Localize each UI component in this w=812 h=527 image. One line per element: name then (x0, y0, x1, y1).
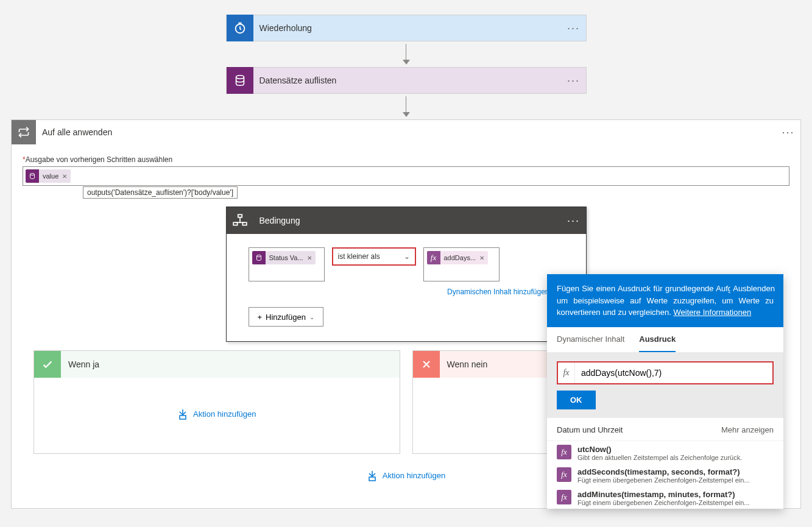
expression-panel-intro: Fügen Sie einen Ausdruck für grundlegend… (547, 274, 783, 327)
arrow-connector (0, 94, 812, 119)
fx-icon: fx (557, 490, 571, 504)
svg-rect-8 (369, 477, 375, 481)
chevron-down-icon: ⌄ (309, 314, 314, 320)
remove-token-icon[interactable]: ✕ (479, 255, 484, 261)
add-action-yes[interactable]: Aktion hinzufügen (177, 408, 256, 419)
recurrence-step[interactable]: Wiederholung ··· (226, 15, 587, 41)
database-icon (227, 67, 253, 94)
loop-icon (12, 120, 36, 144)
ellipsis-icon[interactable]: ··· (562, 214, 586, 227)
arrow-connector (0, 41, 812, 67)
svg-rect-4 (233, 222, 238, 225)
recurrence-title: Wiederholung (253, 23, 562, 33)
expression-item-utcnow[interactable]: fx utcNow() Gibt den aktuellen Zeitstemp… (547, 441, 783, 464)
if-yes-header[interactable]: Wenn ja (34, 351, 400, 378)
add-condition-button[interactable]: + Hinzufügen ⌄ (249, 307, 323, 327)
if-yes-branch: Wenn ja Aktion hinzufügen (34, 350, 400, 454)
status-token[interactable]: Status Va... ✕ (252, 251, 316, 264)
expression-panel: Fügen Sie einen Ausdruck für grundlegend… (547, 274, 783, 509)
hide-panel-link[interactable]: Ausblenden (730, 283, 775, 295)
add-action-icon (367, 470, 378, 481)
svg-rect-7 (180, 416, 186, 419)
show-more-link[interactable]: Mehr anzeigen (721, 425, 774, 434)
output-tooltip: outputs('Datensätze_auflisten')?['body/v… (83, 186, 238, 199)
plus-icon: + (258, 313, 263, 322)
fx-icon: fx (558, 363, 575, 383)
condition-title: Bedingung (253, 216, 562, 225)
close-icon (413, 351, 440, 378)
svg-point-2 (30, 174, 35, 175)
previous-output-label: *Ausgabe von vorherigen Schritten auswäh… (23, 155, 789, 164)
database-icon (252, 251, 266, 264)
remove-token-icon[interactable]: ✕ (62, 173, 67, 180)
condition-operator-select[interactable]: ist kleiner als ⌄ (332, 247, 416, 266)
tab-expression[interactable]: Ausdruck (639, 327, 676, 352)
category-label: Datum und Uhrzeit (557, 425, 623, 434)
value-token[interactable]: value ✕ (26, 169, 71, 183)
svg-rect-5 (242, 222, 247, 225)
add-action-icon (177, 408, 188, 419)
database-icon (26, 169, 39, 183)
add-dynamic-content-link[interactable]: Dynamischen Inhalt hinzufügen (447, 288, 549, 296)
svg-point-1 (236, 76, 244, 79)
ok-button[interactable]: OK (557, 391, 596, 409)
fx-icon: fx (557, 467, 571, 482)
svg-rect-3 (238, 214, 242, 217)
tab-dynamic-content[interactable]: Dynamischer Inhalt (557, 327, 624, 352)
condition-right-value[interactable]: fx addDays... ✕ (423, 247, 500, 281)
expression-input[interactable] (575, 363, 772, 383)
fx-icon: fx (557, 445, 571, 459)
list-records-title: Datensätze auflisten (253, 76, 562, 85)
expression-input-row: fx (557, 361, 774, 384)
condition-left-value[interactable]: Status Va... ✕ (249, 247, 325, 281)
condition-icon (227, 207, 253, 234)
checkmark-icon (34, 351, 61, 378)
previous-output-input[interactable]: value ✕ (23, 166, 789, 186)
apply-to-each-header[interactable]: Auf alle anwenden ··· (12, 120, 800, 144)
adddays-token[interactable]: fx addDays... ✕ (427, 251, 489, 264)
clock-icon (227, 15, 253, 41)
learn-more-link[interactable]: Weitere Informationen (674, 308, 752, 317)
add-action-main[interactable]: Aktion hinzufügen (367, 470, 445, 481)
expression-item-addminutes[interactable]: fx addMinutes(timestamp, minutes, format… (547, 486, 783, 509)
expression-item-addseconds[interactable]: fx addSeconds(timestamp, seconds, format… (547, 464, 783, 486)
svg-point-6 (256, 255, 261, 257)
condition-header[interactable]: Bedingung ··· (227, 207, 586, 234)
list-records-step[interactable]: Datensätze auflisten ··· (226, 67, 587, 94)
ellipsis-icon[interactable]: ··· (562, 22, 586, 35)
ellipsis-icon[interactable]: ··· (562, 74, 586, 87)
apply-to-each-title: Auf alle anwenden (36, 127, 776, 137)
fx-icon: fx (427, 251, 440, 264)
remove-token-icon[interactable]: ✕ (307, 255, 312, 261)
condition-step: Bedingung ··· Status Va... ✕ (226, 207, 587, 342)
ellipsis-icon[interactable]: ··· (776, 126, 800, 139)
chevron-down-icon: ⌄ (404, 252, 410, 261)
